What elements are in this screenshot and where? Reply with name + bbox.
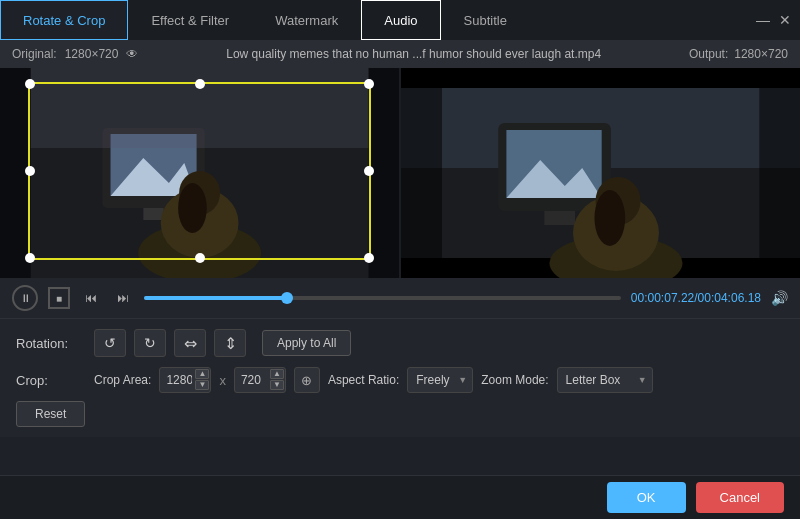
- video-right: [401, 68, 800, 278]
- zoom-mode-select-wrap: Letter Box Pan & Scan Full ▼: [557, 367, 653, 393]
- time-display: 00:00:07.22/00:04:06.18: [631, 291, 761, 305]
- flip-v-icon: ⇕: [224, 334, 237, 353]
- crop-height-down[interactable]: ▼: [270, 380, 284, 390]
- stop-icon: ■: [56, 293, 62, 304]
- volume-icon[interactable]: 🔊: [771, 290, 788, 306]
- crop-width-down[interactable]: ▼: [195, 380, 209, 390]
- crop-label: Crop:: [16, 373, 86, 388]
- svg-rect-28: [401, 88, 442, 258]
- tab-subtitle[interactable]: Subtitle: [441, 0, 530, 40]
- cancel-button[interactable]: Cancel: [696, 482, 784, 513]
- zoom-mode-label: Zoom Mode:: [481, 373, 548, 387]
- svg-rect-15: [401, 68, 800, 88]
- bottom-bar: OK Cancel: [0, 475, 800, 519]
- svg-point-27: [594, 190, 625, 246]
- video-left: [0, 68, 399, 278]
- crop-handle-bl[interactable]: [25, 253, 35, 263]
- zoom-mode-group: Zoom Mode: Letter Box Pan & Scan Full ▼: [481, 367, 652, 393]
- tab-audio[interactable]: Audio: [361, 0, 440, 40]
- aspect-ratio-label: Aspect Ratio:: [328, 373, 399, 387]
- skip-forward-icon: ⏭: [117, 291, 129, 305]
- original-resolution: 1280×720: [65, 47, 119, 61]
- video-right-scene: [401, 68, 800, 278]
- flip-h-icon: ⇔: [184, 334, 197, 353]
- rotate-right-icon: ↻: [144, 335, 156, 351]
- center-icon: ⊕: [301, 373, 312, 388]
- original-label: Original:: [12, 47, 57, 61]
- zoom-mode-select[interactable]: Letter Box Pan & Scan Full: [557, 367, 653, 393]
- ok-button[interactable]: OK: [607, 482, 686, 513]
- skip-back-icon: ⏮: [85, 291, 97, 305]
- minimize-button[interactable]: —: [756, 13, 770, 27]
- svg-rect-29: [759, 88, 800, 258]
- info-right: Output: 1280×720: [689, 47, 788, 61]
- crop-handle-tc[interactable]: [195, 79, 205, 89]
- filename-text: Low quality memes that no human ...f hum…: [138, 47, 688, 61]
- controls-area: Rotation: ↺ ↻ ⇔ ⇕ Apply to All Crop: Cro…: [0, 318, 800, 437]
- info-bar: Original: 1280×720 👁 Low quality memes t…: [0, 40, 800, 68]
- center-crop-button[interactable]: ⊕: [294, 367, 320, 393]
- info-left: Original: 1280×720 👁: [12, 47, 138, 61]
- title-bar: Rotate & Crop Effect & Filter Watermark …: [0, 0, 800, 40]
- crop-row: Crop: Crop Area: ▲ ▼ x ▲ ▼ ⊕ Aspect Rati…: [16, 367, 784, 393]
- crop-width-wrap: ▲ ▼: [159, 367, 211, 393]
- crop-handle-bc[interactable]: [195, 253, 205, 263]
- crop-height-up[interactable]: ▲: [270, 369, 284, 379]
- eye-icon[interactable]: 👁: [126, 47, 138, 61]
- skip-forward-button[interactable]: ⏭: [112, 287, 134, 309]
- rotate-left-icon: ↺: [104, 335, 116, 351]
- apply-to-all-button[interactable]: Apply to All: [262, 330, 351, 356]
- video-area: [0, 68, 800, 278]
- tab-rotate-crop[interactable]: Rotate & Crop: [0, 0, 128, 40]
- stop-button[interactable]: ■: [48, 287, 70, 309]
- crop-width-up[interactable]: ▲: [195, 369, 209, 379]
- aspect-ratio-select-wrap: Freely 16:9 4:3 1:1 9:16 ▼: [407, 367, 473, 393]
- rotation-label: Rotation:: [16, 336, 86, 351]
- reset-button[interactable]: Reset: [16, 401, 85, 427]
- svg-rect-23: [544, 211, 575, 225]
- aspect-ratio-group: Aspect Ratio: Freely 16:9 4:3 1:1 9:16 ▼: [328, 367, 473, 393]
- rotation-row: Rotation: ↺ ↻ ⇔ ⇕ Apply to All: [16, 329, 784, 357]
- output-label: Output:: [689, 47, 728, 61]
- rotate-right-button[interactable]: ↻: [134, 329, 166, 357]
- flip-vertical-button[interactable]: ⇕: [214, 329, 246, 357]
- crop-height-spinners: ▲ ▼: [270, 369, 284, 390]
- tab-watermark[interactable]: Watermark: [252, 0, 361, 40]
- window-controls: — ✕: [756, 13, 800, 27]
- x-separator: x: [219, 373, 226, 388]
- skip-back-button[interactable]: ⏮: [80, 287, 102, 309]
- pause-button[interactable]: ⏸: [12, 285, 38, 311]
- playback-bar: ⏸ ■ ⏮ ⏭ 00:00:07.22/00:04:06.18 🔊: [0, 278, 800, 318]
- progress-fill: [144, 296, 287, 300]
- tab-effect-filter[interactable]: Effect & Filter: [128, 0, 252, 40]
- crop-handle-ml[interactable]: [25, 166, 35, 176]
- tab-bar: Rotate & Crop Effect & Filter Watermark …: [0, 0, 756, 40]
- pause-icon: ⏸: [20, 292, 31, 304]
- crop-handle-tl[interactable]: [25, 79, 35, 89]
- crop-width-spinners: ▲ ▼: [195, 369, 209, 390]
- crop-frame: [28, 82, 371, 260]
- rotate-left-button[interactable]: ↺: [94, 329, 126, 357]
- progress-thumb: [281, 292, 293, 304]
- close-button[interactable]: ✕: [778, 13, 792, 27]
- crop-area-label: Crop Area:: [94, 373, 151, 387]
- crop-height-wrap: ▲ ▼: [234, 367, 286, 393]
- aspect-ratio-select[interactable]: Freely 16:9 4:3 1:1 9:16: [407, 367, 473, 393]
- output-resolution: 1280×720: [734, 47, 788, 61]
- progress-bar[interactable]: [144, 296, 621, 300]
- flip-horizontal-button[interactable]: ⇔: [174, 329, 206, 357]
